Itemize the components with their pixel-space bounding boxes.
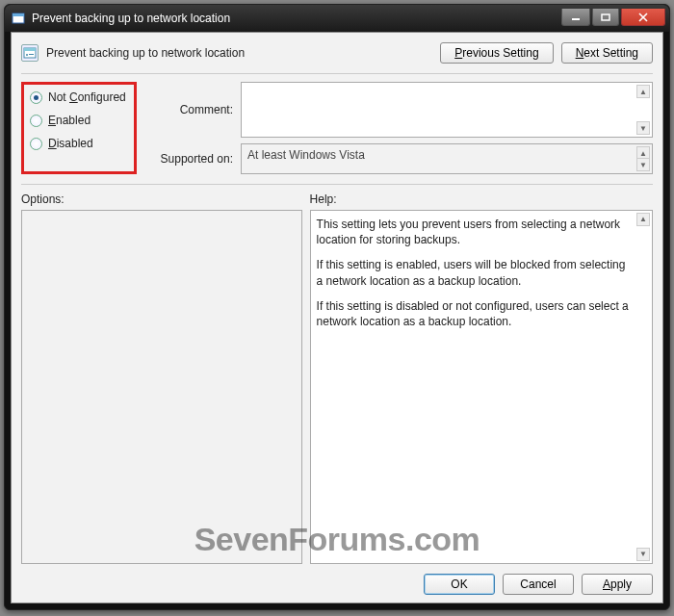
supported-on-box: At least Windows Vista ▲ ▼ (241, 143, 653, 174)
radio-label: Not Configured (48, 90, 126, 104)
svg-rect-5 (24, 48, 36, 51)
help-paragraph: This setting lets you prevent users from… (317, 217, 635, 247)
scroll-down-icon[interactable]: ▼ (636, 548, 650, 561)
panels-row: Options: Help: This setting lets you pre… (21, 192, 653, 564)
dialog-window: Prevent backing up to network location P… (4, 4, 670, 610)
minimize-button[interactable] (561, 9, 590, 26)
supported-on-value: At least Windows Vista (247, 148, 365, 162)
comment-label: Comment: (146, 103, 233, 116)
options-panel (21, 210, 302, 564)
help-panel: This setting lets you prevent users from… (310, 210, 653, 564)
radio-enabled[interactable]: Enabled (30, 114, 128, 127)
maximize-button[interactable] (592, 9, 619, 26)
scroll-down-icon[interactable]: ▼ (636, 158, 650, 171)
cancel-button[interactable]: Cancel (503, 574, 574, 595)
options-label: Options: (21, 192, 302, 206)
radio-not-configured[interactable]: Not Configured (30, 90, 128, 104)
window-controls (561, 9, 665, 28)
scroll-down-icon[interactable]: ▼ (636, 121, 650, 135)
divider (21, 73, 653, 74)
help-paragraph: If this setting is disabled or not confi… (317, 298, 635, 329)
close-button[interactable] (621, 9, 665, 26)
divider (21, 184, 653, 185)
window-title: Prevent backing up to network location (32, 12, 561, 25)
config-row: Not Configured Enabled Disabled Comment:… (21, 82, 653, 174)
supported-label: Supported on: (146, 152, 233, 166)
scroll-up-icon[interactable]: ▲ (636, 85, 650, 98)
titlebar[interactable]: Prevent backing up to network location (5, 5, 669, 32)
radio-icon (30, 115, 42, 127)
radio-disabled[interactable]: Disabled (30, 137, 128, 150)
svg-rect-2 (572, 18, 580, 20)
previous-setting-button[interactable]: Previous Setting (440, 42, 553, 64)
comment-textarea[interactable]: ▲ ▼ (241, 82, 653, 138)
next-setting-button[interactable]: Next Setting (561, 42, 653, 64)
policy-title: Prevent backing up to network location (46, 46, 432, 60)
radio-icon (30, 138, 42, 150)
dialog-buttons: OK Cancel Apply (21, 564, 653, 595)
help-paragraph: If this setting is enabled, users will b… (317, 257, 635, 288)
apply-button[interactable]: Apply (582, 574, 653, 595)
svg-rect-7 (29, 54, 34, 55)
radio-label: Disabled (48, 137, 93, 150)
radio-icon (30, 91, 42, 104)
help-label: Help: (310, 192, 653, 206)
ok-button[interactable]: OK (424, 574, 495, 595)
svg-rect-1 (13, 13, 24, 16)
app-icon (11, 11, 26, 26)
scroll-up-icon[interactable]: ▲ (636, 213, 650, 226)
svg-rect-3 (602, 14, 609, 20)
radio-label: Enabled (48, 114, 91, 127)
policy-icon (21, 44, 39, 62)
state-radio-group: Not Configured Enabled Disabled (21, 82, 137, 174)
client-area: Prevent backing up to network location P… (11, 32, 663, 603)
svg-point-6 (26, 54, 28, 56)
header-row: Prevent backing up to network location P… (21, 40, 653, 71)
